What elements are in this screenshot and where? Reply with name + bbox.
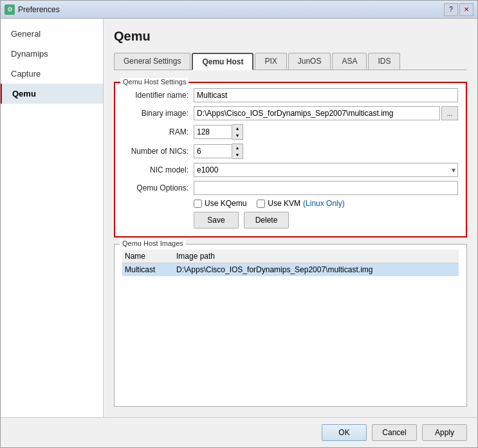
use-kvm-label[interactable]: Use KVM (Linux Only) bbox=[257, 199, 344, 208]
nics-spinner-btns: ▲ ▼ bbox=[232, 144, 243, 159]
checkboxes-row: Use KQemu Use KVM (Linux Only) bbox=[194, 199, 458, 208]
help-button[interactable]: ? bbox=[444, 3, 458, 16]
close-button[interactable]: ✕ bbox=[459, 3, 473, 16]
qemu-options-label: Qemu Options: bbox=[123, 183, 194, 192]
tab-qemu-host[interactable]: Qemu Host bbox=[192, 53, 253, 70]
identifier-label: Identifier name: bbox=[123, 91, 194, 100]
col-path-header: Image path bbox=[176, 252, 456, 261]
nic-model-select-wrapper: e1000 rtl8139 virtio ▼ bbox=[194, 163, 458, 177]
cancel-button[interactable]: Cancel bbox=[372, 424, 417, 441]
preferences-window: ⚙ Preferences ? ✕ General Dynamips Captu… bbox=[0, 0, 478, 448]
delete-button[interactable]: Delete bbox=[244, 212, 289, 229]
ram-spinner: ▲ ▼ bbox=[194, 124, 243, 140]
nic-model-select[interactable]: e1000 rtl8139 virtio bbox=[194, 163, 458, 177]
qemu-host-images-group: Qemu Host Images Name Image path Multica… bbox=[114, 244, 467, 407]
sidebar-item-dynamips[interactable]: Dynamips bbox=[1, 44, 103, 64]
ram-row: RAM: ▲ ▼ bbox=[123, 124, 458, 140]
bottom-bar: OK Cancel Apply bbox=[1, 417, 477, 447]
save-button[interactable]: Save bbox=[194, 212, 239, 229]
group-images-title: Qemu Host Images bbox=[120, 239, 186, 247]
group-settings-title: Qemu Host Settings bbox=[120, 78, 188, 86]
linux-only-text: (Linux Only) bbox=[303, 199, 345, 208]
images-table-body: Multicast D:\Apps\Cisco_IOS_forDynamips_… bbox=[122, 263, 459, 341]
title-bar: ⚙ Preferences ? ✕ bbox=[1, 1, 477, 19]
use-kqemu-label[interactable]: Use KQemu bbox=[194, 199, 246, 208]
identifier-input[interactable] bbox=[194, 88, 458, 102]
tab-general-settings[interactable]: General Settings bbox=[114, 53, 190, 70]
window-title: Preferences bbox=[18, 5, 60, 14]
nics-row: Number of NICs: ▲ ▼ bbox=[123, 144, 458, 159]
binary-label: Binary image: bbox=[123, 109, 194, 118]
nics-down-btn[interactable]: ▼ bbox=[232, 151, 243, 158]
binary-input[interactable] bbox=[194, 106, 440, 120]
content-area: General Dynamips Capture Qemu Qemu Gener… bbox=[1, 19, 477, 417]
qemu-options-input[interactable] bbox=[194, 181, 458, 195]
tab-ids[interactable]: IDS bbox=[368, 53, 400, 70]
ok-button[interactable]: OK bbox=[322, 424, 367, 441]
table-row[interactable]: Multicast D:\Apps\Cisco_IOS_forDynamips_… bbox=[122, 263, 459, 276]
tab-asa[interactable]: ASA bbox=[332, 53, 367, 70]
nics-spinner: ▲ ▼ bbox=[194, 144, 243, 159]
use-kvm-checkbox[interactable] bbox=[257, 200, 265, 208]
ram-spinner-btns: ▲ ▼ bbox=[232, 124, 243, 140]
table-cell-name: Multicast bbox=[125, 265, 176, 274]
nics-up-btn[interactable]: ▲ bbox=[232, 144, 243, 151]
ram-label: RAM: bbox=[123, 127, 194, 136]
settings-button-row: Save Delete bbox=[194, 212, 458, 229]
table-cell-path: D:\Apps\Cisco_IOS_forDynamips_Sep2007\mu… bbox=[176, 265, 456, 274]
sidebar-item-qemu[interactable]: Qemu bbox=[1, 84, 103, 104]
nic-model-label: NIC model: bbox=[123, 165, 194, 174]
images-table-header: Name Image path bbox=[122, 250, 459, 263]
qemu-options-row: Qemu Options: bbox=[123, 181, 458, 195]
identifier-row: Identifier name: bbox=[123, 88, 458, 102]
tab-bar: General Settings Qemu Host PIX JunOS ASA… bbox=[114, 53, 467, 70]
sidebar-item-capture[interactable]: Capture bbox=[1, 64, 103, 84]
qemu-host-settings-group: Qemu Host Settings Identifier name: Bina… bbox=[114, 82, 467, 238]
title-bar-controls: ? ✕ bbox=[444, 3, 473, 16]
tab-pix[interactable]: PIX bbox=[255, 53, 286, 70]
nic-model-row: NIC model: e1000 rtl8139 virtio ▼ bbox=[123, 163, 458, 177]
tab-junos[interactable]: JunOS bbox=[288, 53, 331, 70]
ram-up-btn[interactable]: ▲ bbox=[232, 125, 243, 132]
col-name-header: Name bbox=[125, 252, 176, 261]
binary-row: Binary image: ... bbox=[123, 106, 458, 120]
main-panel: Qemu General Settings Qemu Host PIX JunO… bbox=[104, 19, 477, 417]
sidebar-item-general[interactable]: General bbox=[1, 24, 103, 44]
page-title: Qemu bbox=[114, 29, 467, 44]
nics-input[interactable] bbox=[194, 144, 232, 158]
title-bar-left: ⚙ Preferences bbox=[5, 5, 60, 15]
app-icon: ⚙ bbox=[5, 5, 15, 15]
ram-down-btn[interactable]: ▼ bbox=[232, 132, 243, 139]
nics-label: Number of NICs: bbox=[123, 147, 194, 156]
ram-input[interactable] bbox=[194, 125, 232, 139]
use-kqemu-checkbox[interactable] bbox=[194, 200, 202, 208]
browse-button[interactable]: ... bbox=[441, 106, 458, 120]
apply-button[interactable]: Apply bbox=[422, 424, 467, 441]
sidebar: General Dynamips Capture Qemu bbox=[1, 19, 104, 417]
binary-input-group: ... bbox=[194, 106, 458, 120]
